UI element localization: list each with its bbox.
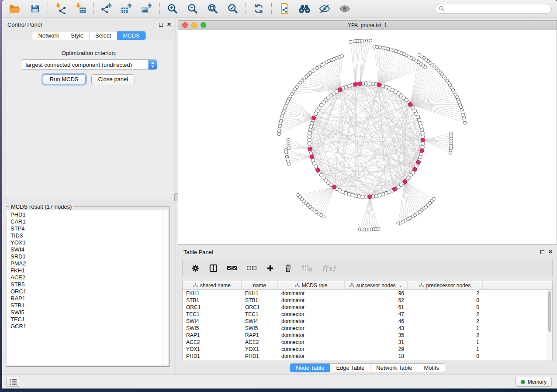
mcds-result-item[interactable]: YOX1 <box>10 239 162 246</box>
close-table-panel-icon[interactable]: ✕ <box>548 249 553 254</box>
delete-table-button[interactable] <box>302 264 313 272</box>
import-table-button[interactable] <box>73 2 88 16</box>
cell: dominator <box>278 318 345 324</box>
function-builder-button[interactable]: f(x) <box>322 264 336 273</box>
folder-icon <box>9 3 21 14</box>
cell: 0 <box>408 353 483 359</box>
table-row[interactable]: SWI5SWI5connector431 <box>183 325 552 332</box>
column-type-icon <box>193 283 198 288</box>
memory-button[interactable]: Memory <box>515 377 552 387</box>
table-settings-button[interactable] <box>191 264 200 273</box>
zoom-out-button[interactable] <box>185 2 200 16</box>
find-button[interactable] <box>297 2 312 16</box>
column-header-predecessor-nodes[interactable]: predecessor nodes <box>408 281 483 289</box>
column-header-mcds-role[interactable]: MCDS role <box>278 281 345 289</box>
tab-mcds[interactable]: MCDS <box>117 31 145 40</box>
new-network-from-selection-button[interactable] <box>277 2 292 16</box>
table-tab-motifs[interactable]: Motifs <box>418 364 445 372</box>
mcds-result-item[interactable]: RAP1 <box>10 295 162 302</box>
column-header-name[interactable]: name <box>242 281 278 289</box>
criterion-dropdown[interactable]: largest connected component (undirected) <box>21 59 157 70</box>
mcds-result-item[interactable]: ORC1 <box>10 288 162 295</box>
cell: TEC1 <box>242 311 278 317</box>
table-tab-node-table[interactable]: Node Table <box>290 364 331 372</box>
cell: dominator <box>278 304 345 310</box>
table-scrollbar-thumb[interactable] <box>548 291 551 332</box>
eye-icon <box>339 3 351 14</box>
table-row[interactable]: SWI4SWI4dominator462 <box>183 318 552 325</box>
toolbar-separator <box>271 3 272 14</box>
cell: SWI4 <box>242 318 278 324</box>
delete-row-button[interactable] <box>284 264 293 273</box>
table-row[interactable]: PHD1PHD1dominator180 <box>183 353 552 360</box>
add-row-button[interactable] <box>266 264 274 272</box>
mcds-result-item[interactable]: STB1 <box>10 302 162 309</box>
select-all-button[interactable] <box>227 265 237 272</box>
export-network-button[interactable] <box>99 2 114 16</box>
cell: YOX1 <box>183 346 242 352</box>
mcds-result-item[interactable]: TID3 <box>10 232 162 239</box>
close-panel-icon[interactable]: ✕ <box>167 22 171 27</box>
cell: 2 <box>408 290 483 296</box>
open-session-button[interactable] <box>7 2 22 16</box>
network-window-titlebar[interactable]: YPA_prune.txt_1 <box>178 21 557 30</box>
table-row[interactable]: RAP1RAP1dominator352 <box>183 332 552 339</box>
tab-select[interactable]: Select <box>90 31 117 40</box>
list-scrollbar[interactable] <box>163 210 168 365</box>
mcds-result-item[interactable]: TEC1 <box>10 316 162 323</box>
mcds-result-item[interactable]: PHD1 <box>10 211 162 218</box>
hide-selected-button[interactable] <box>317 2 332 16</box>
table-row[interactable]: STB1STB1dominator620 <box>183 297 552 304</box>
binoculars-icon <box>298 3 311 14</box>
mcds-result-item[interactable]: GCR1 <box>10 323 162 330</box>
column-header-shared-name[interactable]: shared name <box>183 281 242 289</box>
zoom-out-icon <box>187 3 198 14</box>
mcds-result-item[interactable]: STP4 <box>10 225 162 232</box>
table-scrollbar[interactable] <box>547 290 552 361</box>
mcds-result-list[interactable]: PHD1CAR1STP4TID3YOX1SWI4SRD1PMA2FKH1ACE2… <box>7 210 168 365</box>
mcds-result-item[interactable]: SWI5 <box>10 309 162 316</box>
show-graphics-details-button[interactable] <box>337 2 352 16</box>
splitter-handle[interactable] <box>174 193 178 201</box>
table-row[interactable]: TEC1TEC1connector472 <box>183 311 552 318</box>
mcds-result-item[interactable]: SRD1 <box>10 253 162 260</box>
export-image-button[interactable] <box>139 2 154 16</box>
mcds-result-item[interactable]: PMA2 <box>10 260 162 267</box>
cell: dominator <box>278 353 345 359</box>
unchecked-boxes-icon <box>246 265 257 272</box>
table-row[interactable]: FKH1FKH1dominator962 <box>183 290 552 297</box>
tab-style[interactable]: Style <box>65 31 90 40</box>
show-columns-button[interactable] <box>209 264 218 272</box>
tab-network[interactable]: Network <box>32 31 65 40</box>
zoom-in-button[interactable] <box>165 2 180 16</box>
table-tab-network-table[interactable]: Network Table <box>370 364 418 372</box>
mcds-result-item[interactable]: CAR1 <box>10 218 162 225</box>
toolbar-separator <box>246 3 246 14</box>
mcds-result-item[interactable]: SWI4 <box>10 246 162 253</box>
cell: RAP1 <box>242 332 278 338</box>
search-input[interactable] <box>446 6 548 12</box>
table-row[interactable]: ORC1ORC1dominator610 <box>183 304 552 311</box>
import-network-button[interactable] <box>53 2 68 16</box>
cell: 96 <box>345 290 408 296</box>
column-header-successor-nodes[interactable]: successor nodes⌄ <box>345 281 408 289</box>
float-table-panel-icon[interactable] <box>540 250 544 254</box>
table-row[interactable]: YOX1YOX1connector291 <box>183 346 552 353</box>
task-history-button[interactable] <box>6 377 20 387</box>
network-graph[interactable] <box>178 30 557 244</box>
zoom-fit-button[interactable] <box>205 2 220 16</box>
float-panel-icon[interactable] <box>159 23 163 27</box>
mcds-result-item[interactable]: ACE2 <box>10 274 162 281</box>
close-panel-button[interactable]: Close panel <box>91 74 135 84</box>
deselect-all-button[interactable] <box>246 265 257 272</box>
run-mcds-button[interactable]: Run MCDS <box>43 74 86 84</box>
column-label: name <box>253 282 266 289</box>
export-table-button[interactable] <box>119 2 134 16</box>
table-tab-edge-table[interactable]: Edge Table <box>330 364 370 372</box>
refresh-layout-button[interactable] <box>251 2 266 16</box>
table-row[interactable]: ACE2ACE2connector311 <box>183 339 552 346</box>
zoom-selected-button[interactable] <box>225 2 240 16</box>
mcds-result-item[interactable]: FKH1 <box>10 267 162 274</box>
save-session-button[interactable] <box>28 2 42 16</box>
mcds-result-item[interactable]: STB5 <box>10 281 162 288</box>
